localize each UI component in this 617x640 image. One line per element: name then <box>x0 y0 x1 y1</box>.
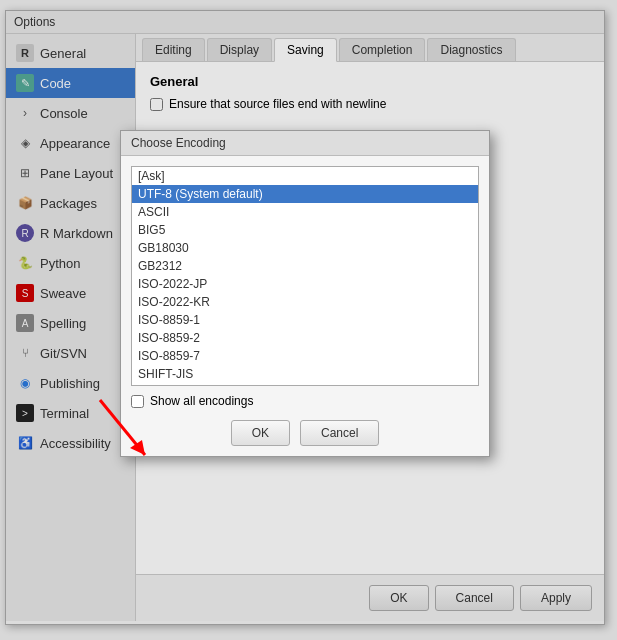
encoding-item[interactable]: ISO-8859-7 <box>132 347 478 365</box>
show-all-checkbox[interactable] <box>131 395 144 408</box>
dialog-ok-button[interactable]: OK <box>231 420 290 446</box>
dialog-titlebar: Choose Encoding <box>121 131 489 156</box>
encoding-list: [Ask]UTF-8 (System default)ASCIIBIG5GB18… <box>132 167 478 386</box>
dialog-buttons: OK Cancel <box>131 420 479 446</box>
encoding-item[interactable]: WINDOWS-1252 <box>132 383 478 386</box>
dialog-body: [Ask]UTF-8 (System default)ASCIIBIG5GB18… <box>121 156 489 456</box>
encoding-item[interactable]: ISO-2022-KR <box>132 293 478 311</box>
encoding-item[interactable]: ASCII <box>132 203 478 221</box>
show-all-row: Show all encodings <box>131 394 479 408</box>
show-all-label: Show all encodings <box>150 394 253 408</box>
encoding-item[interactable]: SHIFT-JIS <box>132 365 478 383</box>
encoding-item[interactable]: ISO-8859-1 <box>132 311 478 329</box>
encoding-item[interactable]: [Ask] <box>132 167 478 185</box>
encoding-item[interactable]: BIG5 <box>132 221 478 239</box>
encoding-item[interactable]: GB18030 <box>132 239 478 257</box>
encoding-list-container[interactable]: [Ask]UTF-8 (System default)ASCIIBIG5GB18… <box>131 166 479 386</box>
encoding-item[interactable]: GB2312 <box>132 257 478 275</box>
encoding-item[interactable]: ISO-8859-2 <box>132 329 478 347</box>
encoding-item[interactable]: ISO-2022-JP <box>132 275 478 293</box>
dialog-cancel-button[interactable]: Cancel <box>300 420 379 446</box>
dialog-title: Choose Encoding <box>131 136 226 150</box>
encoding-dialog: Choose Encoding [Ask]UTF-8 (System defau… <box>120 130 490 457</box>
encoding-item[interactable]: UTF-8 (System default) <box>132 185 478 203</box>
